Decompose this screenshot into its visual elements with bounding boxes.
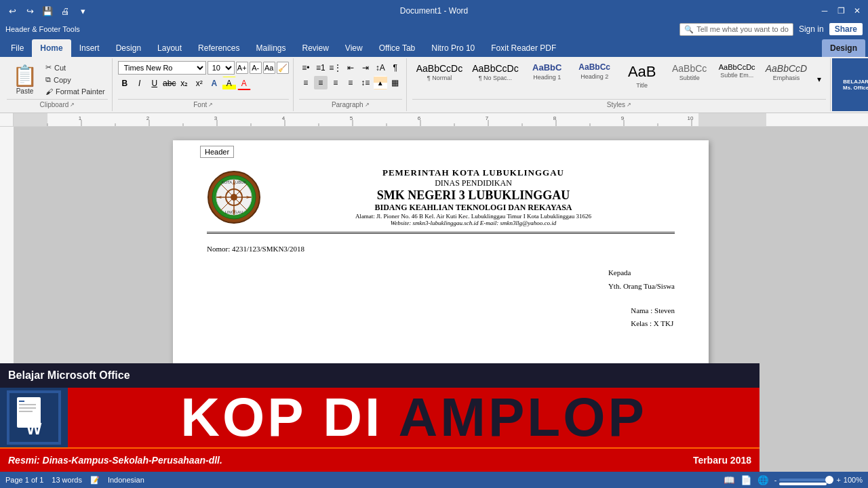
close-button[interactable]: ✕ (852, 5, 863, 16)
kelas-value: : X TKJ (650, 319, 673, 327)
font-color-button[interactable]: A (237, 77, 251, 90)
tab-references[interactable]: References (190, 39, 248, 57)
strikethrough-button[interactable]: abc (163, 77, 176, 90)
tab-nitro[interactable]: Nitro Pro 10 (423, 39, 483, 57)
tab-design[interactable]: Design (108, 39, 149, 57)
school-info: PEMERINTAH KOTA LUBUKLINGGAU DINAS PENDI… (272, 167, 675, 226)
style-subtitle[interactable]: AaBbCc Subtitle (667, 61, 713, 83)
document-title: Document1 - Word (400, 6, 468, 16)
style-title[interactable]: AaB Title (619, 61, 665, 90)
style-nospace[interactable]: AaBbCcDc ¶ No Spac... (468, 61, 522, 83)
cut-button[interactable]: ✂ Cut (43, 62, 108, 73)
subscript-button[interactable]: x₂ (178, 77, 191, 90)
numbered-list-button[interactable]: ≡1 (314, 61, 328, 75)
align-right-button[interactable]: ≡ (329, 76, 342, 89)
copy-button[interactable]: ⧉ Copy (43, 74, 108, 85)
decrease-indent-button[interactable]: ⇤ (344, 61, 357, 75)
justify-button[interactable]: ≡ (344, 76, 357, 89)
tab-view[interactable]: View (337, 39, 371, 57)
shading-button[interactable]: ▲ (374, 76, 387, 89)
print-layout-button[interactable]: 📄 (741, 475, 752, 485)
font-shrink-button[interactable]: A- (250, 62, 262, 74)
promo-text: KOP DI AMPLOP (68, 390, 760, 445)
paragraph-label[interactable]: Paragraph ↗ (299, 99, 402, 110)
superscript-button[interactable]: x² (193, 77, 206, 90)
font-group: Times New Ro 10 A+ A- Aa 🧹 B I U abc x₂ … (114, 58, 294, 111)
minimize-button[interactable]: ─ (819, 5, 830, 16)
customize-qat-button[interactable]: ▾ (76, 4, 90, 18)
style-heading1[interactable]: AaBbC Heading 1 (524, 61, 570, 82)
font-row-2: B I U abc x₂ x² A A A (118, 77, 251, 90)
ruler-corner (0, 113, 14, 126)
paste-button[interactable]: 📋 Paste (7, 61, 43, 98)
signin-button[interactable]: Sign in (799, 24, 824, 34)
clipboard-label[interactable]: Clipboard ↗ (7, 99, 108, 110)
tab-review[interactable]: Review (294, 39, 336, 57)
style-subtleemphasis[interactable]: AaBbCcDc Subtle Em... (714, 61, 760, 80)
border-button[interactable]: ▦ (389, 76, 402, 89)
hf-tools-label: Header & Footer Tools (5, 25, 80, 33)
undo-button[interactable]: ↩ (5, 4, 19, 18)
tell-me-placeholder: Tell me what you want to do (696, 25, 789, 33)
svg-text:7: 7 (486, 115, 489, 121)
svg-text:2: 2 (146, 115, 150, 121)
tab-file[interactable]: File (3, 39, 32, 57)
multilevel-list-button[interactable]: ≡⋮ (329, 61, 342, 75)
paragraph-content: ≡• ≡1 ≡⋮ ⇤ ⇥ ↕A ¶ ≡ ≡ ≡ ≡ ↕≡ ▲ ▦ (299, 60, 402, 99)
styles-more-button[interactable]: ▾ (812, 73, 826, 86)
kepada-section: Kepada Yth. Orang Tua/Siswa (608, 266, 675, 293)
svg-text:5: 5 (350, 115, 353, 121)
doc-body: Nomor: 4231/123/SMKN3/2018 Kepada Yth. O… (207, 245, 675, 253)
change-case-button[interactable]: Aa (263, 62, 275, 74)
promo-logo: W (0, 388, 68, 447)
font-expand-icon: ↗ (208, 102, 213, 108)
tab-foxit[interactable]: Foxit Reader PDF (483, 39, 564, 57)
read-mode-button[interactable]: 📖 (724, 475, 735, 485)
styles-label[interactable]: Styles ↗ (412, 99, 826, 110)
style-heading2[interactable]: AaBbCc Heading 2 (572, 61, 618, 81)
style-normal[interactable]: AaBbCcDc ¶ Normal (412, 61, 467, 83)
redo-button[interactable]: ↪ (23, 4, 37, 18)
bullet-list-button[interactable]: ≡• (299, 61, 313, 75)
school-name-big: SMK NEGERI 3 LUBUKLINGGAU (272, 188, 675, 203)
clear-format-button[interactable]: 🧹 (277, 62, 289, 74)
italic-button[interactable]: I (133, 77, 146, 90)
zoom-in-icon: + (836, 476, 840, 484)
font-label[interactable]: Font ↗ (118, 99, 289, 110)
highlight-button[interactable]: A (222, 77, 236, 90)
svg-rect-33 (0, 127, 14, 398)
tab-mailings[interactable]: Mailings (248, 39, 294, 57)
show-formatting-button[interactable]: ¶ (389, 61, 402, 75)
tab-layout[interactable]: Layout (149, 39, 190, 57)
bold-button[interactable]: B (118, 77, 132, 90)
promo-bottom-left: Resmi: Dinas-Kampus-Sekolah-Perusahaan-d… (8, 455, 222, 466)
align-left-button[interactable]: ≡ (299, 76, 313, 89)
sort-button[interactable]: ↕A (374, 61, 387, 75)
font-size-select[interactable]: 10 (208, 61, 235, 75)
kelas-label: Kelas (631, 319, 648, 327)
text-effects-button[interactable]: A (208, 77, 221, 90)
format-painter-button[interactable]: 🖌 Format Painter (43, 86, 108, 97)
save-button[interactable]: 💾 (41, 4, 54, 18)
print-button[interactable]: 🖨 (58, 4, 72, 18)
quick-access-toolbar: ↩ ↪ 💾 🖨 ▾ (5, 4, 90, 18)
underline-button[interactable]: U (148, 77, 161, 90)
share-button[interactable]: Share (829, 23, 863, 35)
increase-indent-button[interactable]: ⇥ (359, 61, 372, 75)
style-emphasis[interactable]: AaBbCcD Emphasis (762, 61, 811, 83)
line-spacing-button[interactable]: ↕≡ (359, 76, 372, 89)
tab-home[interactable]: Home (32, 39, 71, 57)
promo-text-dark: AMPLOP (399, 387, 647, 447)
web-layout-button[interactable]: 🌐 (757, 475, 769, 485)
paragraph-expand-icon: ↗ (365, 102, 370, 108)
tab-hf-design[interactable]: Design (822, 39, 865, 57)
tab-insert[interactable]: Insert (71, 39, 108, 57)
tab-officetab[interactable]: Office Tab (371, 39, 424, 57)
font-grow-button[interactable]: A+ (236, 62, 248, 74)
tell-me-search[interactable]: 🔍 Tell me what you want to do (679, 23, 793, 36)
restore-button[interactable]: ❐ (835, 5, 846, 16)
font-family-select[interactable]: Times New Ro (118, 61, 206, 75)
school-address: Alamat: Jl. Pioner No. 46 B Kel. Air Kut… (272, 213, 675, 220)
promo-top: Belajar Microsoft Office (0, 363, 760, 388)
align-center-button[interactable]: ≡ (314, 76, 328, 89)
